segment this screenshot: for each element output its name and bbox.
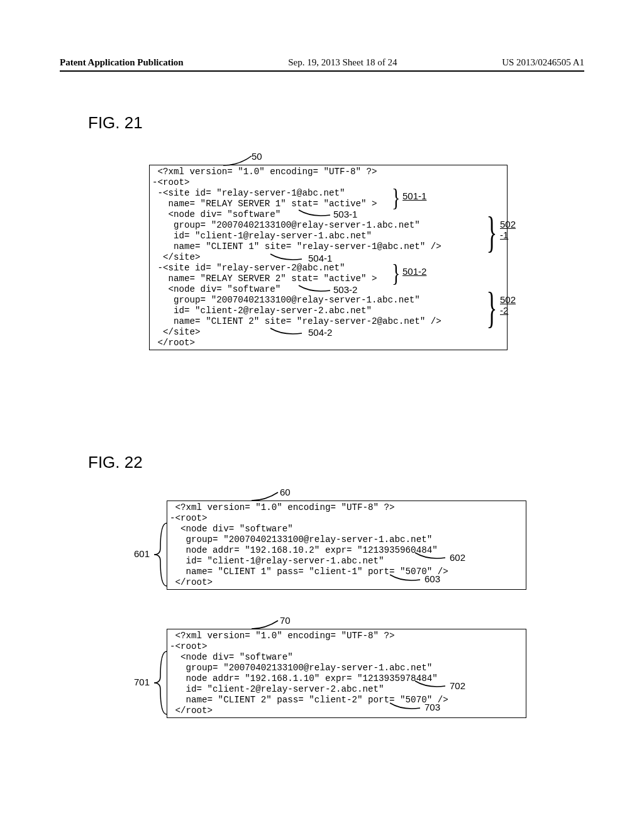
- page-header: Patent Application Publication Sep. 19, …: [60, 50, 584, 72]
- header-left: Patent Application Publication: [60, 57, 184, 68]
- ref-50: 50: [252, 151, 262, 162]
- ref-602: 602: [450, 552, 465, 563]
- header-center: Sep. 19, 2013 Sheet 18 of 24: [288, 57, 397, 68]
- ref-702: 702: [450, 680, 465, 691]
- ref-504-2: 504-2: [308, 327, 332, 338]
- figure-21-label: FIG. 21: [88, 113, 143, 133]
- leader-504-1: [270, 252, 308, 263]
- ref-501-2: 501-2: [402, 266, 426, 277]
- ref-603: 603: [425, 573, 440, 584]
- header-right: US 2013/0246505 A1: [502, 57, 584, 68]
- ref-60: 60: [280, 487, 291, 497]
- ref-701: 701: [134, 677, 150, 687]
- ref-504-1: 504-1: [308, 253, 332, 263]
- ref-703: 703: [425, 702, 440, 712]
- leader-503-2: [299, 283, 336, 294]
- ref-501-1: 501-1: [402, 191, 426, 201]
- ref-502-2b: -2: [500, 305, 508, 316]
- ref-502-1a: 502: [500, 219, 516, 230]
- ref-502-1b: -1: [500, 230, 508, 240]
- figure-22-label: FIG. 22: [88, 453, 143, 472]
- leader-703: [390, 700, 425, 712]
- leader-504-2: [270, 326, 308, 337]
- leader-603: [390, 572, 425, 584]
- leader-602: [415, 550, 450, 562]
- ref-70: 70: [280, 615, 291, 626]
- leader-503-1: [299, 208, 336, 219]
- brace-601: [154, 523, 170, 586]
- leader-702: [415, 678, 450, 690]
- xml-box-60: <?xml version= "1.0" encoding= "UTF-8" ?…: [167, 501, 526, 590]
- brace-701: [154, 651, 170, 714]
- ref-503-1: 503-1: [333, 209, 357, 219]
- ref-601: 601: [134, 548, 150, 559]
- xml-box-70: <?xml version= "1.0" encoding= "UTF-8" ?…: [167, 629, 526, 718]
- ref-503-2: 503-2: [333, 284, 357, 295]
- ref-502-2a: 502: [500, 294, 516, 305]
